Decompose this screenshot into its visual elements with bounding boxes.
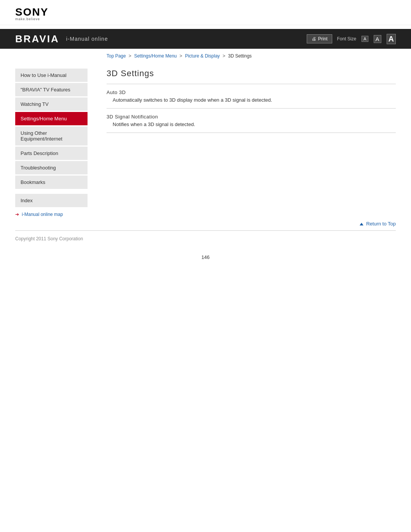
main-container: How to Use i-Manual "BRAVIA" TV Features… <box>0 61 411 217</box>
sony-brand: SONY <box>15 7 396 18</box>
breadcrumb-sep-3: > <box>223 53 225 59</box>
breadcrumb-picture-display[interactable]: Picture & Display <box>185 53 220 59</box>
print-button[interactable]: 🖨 Print <box>307 34 333 43</box>
sidebar: How to Use i-Manual "BRAVIA" TV Features… <box>15 61 95 217</box>
sidebar-item-how-to-use[interactable]: How to Use i-Manual <box>15 69 88 82</box>
section-auto-3d-title: Auto 3D <box>107 89 396 95</box>
content-area: 3D Settings Auto 3D Automatically switch… <box>95 61 396 217</box>
footer: Copyright 2011 Sony Corporation <box>0 231 411 247</box>
sidebar-item-parts-description[interactable]: Parts Description <box>15 147 88 160</box>
breadcrumb-settings-home-menu[interactable]: Settings/Home Menu <box>134 53 177 59</box>
font-size-medium-button[interactable]: A <box>374 35 381 43</box>
breadcrumb-sep-1: > <box>129 53 131 59</box>
bravia-bar-left: BRAVIA i-Manual online <box>15 33 108 45</box>
sidebar-item-bravia-features[interactable]: "BRAVIA" TV Features <box>15 83 88 96</box>
sony-logo: SONY make.believe <box>15 7 396 21</box>
bravia-subtitle: i-Manual online <box>66 36 108 42</box>
logo-area: SONY make.believe <box>0 0 411 25</box>
return-to-top-label: Return to Top <box>366 221 396 227</box>
section-3d-signal: 3D Signal Notification Notifies when a 3… <box>107 114 396 127</box>
imanual-map-link[interactable]: ➔ i-Manual online map <box>15 212 88 217</box>
sidebar-item-using-other-equipment[interactable]: Using Other Equipment/Internet <box>15 126 88 145</box>
content-divider-top <box>107 84 396 84</box>
triangle-up-icon <box>360 223 363 225</box>
content-divider-mid <box>107 108 396 109</box>
arrow-right-icon: ➔ <box>15 212 19 217</box>
sidebar-item-settings-home-menu[interactable]: Settings/Home Menu <box>15 112 88 125</box>
sidebar-item-watching-tv[interactable]: Watching TV <box>15 97 88 111</box>
section-auto-3d-desc: Automatically switches to 3D display mod… <box>113 97 396 103</box>
bravia-bar-right: 🖨 Print Font Size A A A <box>307 34 396 44</box>
bravia-title: BRAVIA <box>15 33 59 45</box>
section-3d-signal-title: 3D Signal Notification <box>107 114 396 120</box>
breadcrumb-current: 3D Settings <box>228 53 252 59</box>
sidebar-divider <box>15 190 88 194</box>
breadcrumb-sep-2: > <box>180 53 182 59</box>
page-number: 146 <box>0 247 411 268</box>
font-size-large-button[interactable]: A <box>387 34 396 44</box>
breadcrumb: Top Page > Settings/Home Menu > Picture … <box>0 49 411 61</box>
breadcrumb-top-page[interactable]: Top Page <box>107 53 126 59</box>
bravia-header-bar: BRAVIA i-Manual online 🖨 Print Font Size… <box>0 29 411 49</box>
copyright-text: Copyright 2011 Sony Corporation <box>15 236 83 241</box>
print-icon: 🖨 <box>312 36 316 42</box>
font-size-small-button[interactable]: A <box>362 36 368 42</box>
content-divider-bot <box>107 133 396 133</box>
sony-tagline: make.believe <box>15 18 396 21</box>
return-to-top-area: Return to Top <box>0 217 411 230</box>
section-auto-3d: Auto 3D Automatically switches to 3D dis… <box>107 89 396 103</box>
return-to-top-link[interactable]: Return to Top <box>360 221 396 227</box>
imanual-map-label: i-Manual online map <box>22 212 63 217</box>
sidebar-item-index[interactable]: Index <box>15 194 88 207</box>
sidebar-item-bookmarks[interactable]: Bookmarks <box>15 176 88 189</box>
page-title: 3D Settings <box>107 69 396 78</box>
print-label: Print <box>318 36 328 42</box>
sidebar-item-troubleshooting[interactable]: Troubleshooting <box>15 161 88 174</box>
section-3d-signal-desc: Notifies when a 3D signal is detected. <box>113 121 396 127</box>
font-size-label: Font Size <box>337 36 356 42</box>
